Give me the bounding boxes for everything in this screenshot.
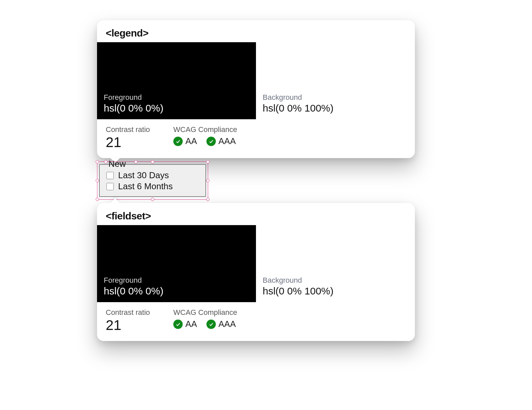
contrast-label: Contrast ratio <box>106 308 150 317</box>
foreground-value: hsl(0 0% 0%) <box>104 285 249 297</box>
contrast-value: 21 <box>106 318 150 332</box>
wcag-block: WCAG Compliance AA AAA <box>173 308 237 329</box>
wcag-aa-label: AA <box>185 136 197 146</box>
wcag-aaa-label: AAA <box>218 319 236 329</box>
background-label: Background <box>263 93 408 102</box>
fieldset-box: New Last 30 Days Last 6 Months <box>99 164 206 197</box>
foreground-label: Foreground <box>104 93 249 102</box>
background-value: hsl(0 0% 100%) <box>263 102 408 114</box>
wcag-aaa-label: AAA <box>218 136 236 146</box>
foreground-value: hsl(0 0% 0%) <box>104 102 249 114</box>
foreground-swatch: Foreground hsl(0 0% 0%) <box>97 42 256 119</box>
foreground-swatch: Foreground hsl(0 0% 0%) <box>97 225 256 302</box>
foreground-label: Foreground <box>104 276 249 285</box>
checkbox-last-30-days[interactable] <box>106 172 114 179</box>
fieldset-legend: New <box>107 159 127 169</box>
check-icon <box>206 137 216 146</box>
selection-handle-icon[interactable] <box>96 198 99 201</box>
inspected-fieldset[interactable]: New Last 30 Days Last 6 Months <box>99 164 206 197</box>
wcag-aaa-badge: AAA <box>206 319 236 329</box>
wcag-badges: AA AAA <box>173 319 237 329</box>
check-icon <box>173 320 183 329</box>
contrast-block: Contrast ratio 21 <box>106 308 150 332</box>
card-title: <legend> <box>97 20 415 42</box>
checkbox-label: Last 30 Days <box>118 170 169 181</box>
background-label: Background <box>263 276 408 285</box>
background-value: hsl(0 0% 100%) <box>263 285 408 297</box>
background-swatch: Background hsl(0 0% 100%) <box>256 225 415 302</box>
wcag-block: WCAG Compliance AA AAA <box>173 125 237 146</box>
meta-row: Contrast ratio 21 WCAG Compliance AA <box>97 119 415 158</box>
wcag-aaa-badge: AAA <box>206 136 236 146</box>
check-icon <box>173 137 183 146</box>
wcag-aa-label: AA <box>185 319 197 329</box>
wcag-label: WCAG Compliance <box>173 308 237 317</box>
checkbox-last-6-months[interactable] <box>106 183 114 190</box>
selection-handle-icon[interactable] <box>96 160 99 163</box>
selection-handle-icon[interactable] <box>151 160 154 163</box>
checkbox-label: Last 6 Months <box>118 181 173 192</box>
check-icon <box>206 320 216 329</box>
contrast-card-fieldset: <fieldset> Foreground hsl(0 0% 0%) Backg… <box>97 203 415 341</box>
contrast-label: Contrast ratio <box>106 125 150 134</box>
card-title: <fieldset> <box>97 203 415 225</box>
contrast-card-legend: <legend> Foreground hsl(0 0% 0%) Backgro… <box>97 20 415 158</box>
selection-handle-icon[interactable] <box>151 198 154 201</box>
wcag-aa-badge: AA <box>173 136 197 146</box>
wcag-badges: AA AAA <box>173 136 237 146</box>
selection-handle-icon[interactable] <box>206 179 209 182</box>
callout-arrow-up-icon <box>110 198 120 203</box>
swatch-row: Foreground hsl(0 0% 0%) Background hsl(0… <box>97 225 415 302</box>
selection-handle-icon[interactable] <box>96 179 99 182</box>
contrast-block: Contrast ratio 21 <box>106 125 150 149</box>
checkbox-row-last-6-months[interactable]: Last 6 Months <box>105 181 200 192</box>
meta-row: Contrast ratio 21 WCAG Compliance AA <box>97 302 415 341</box>
wcag-label: WCAG Compliance <box>173 125 237 134</box>
checkbox-row-last-30-days[interactable]: Last 30 Days <box>105 170 200 181</box>
selection-handle-icon[interactable] <box>206 160 209 163</box>
selection-handle-icon[interactable] <box>206 198 209 201</box>
wcag-aa-badge: AA <box>173 319 197 329</box>
swatch-row: Foreground hsl(0 0% 0%) Background hsl(0… <box>97 42 415 119</box>
background-swatch: Background hsl(0 0% 100%) <box>256 42 415 119</box>
contrast-value: 21 <box>106 135 150 149</box>
selection-handle-icon[interactable] <box>134 160 138 163</box>
